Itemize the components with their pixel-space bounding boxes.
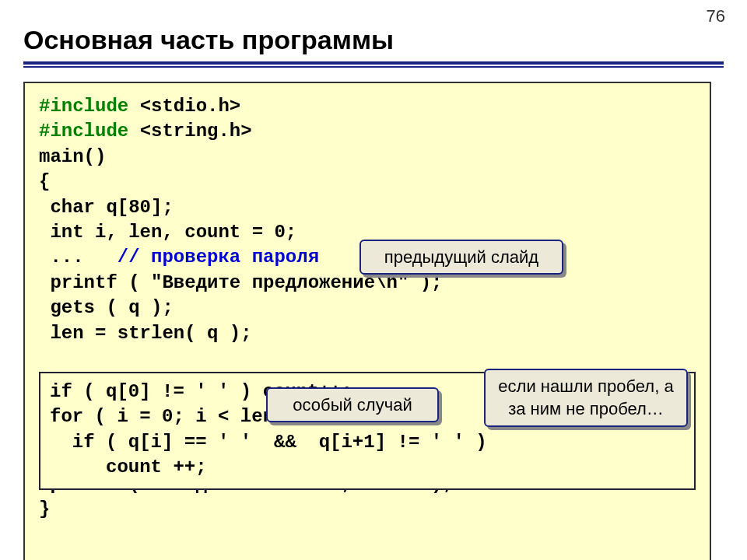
code-l6: int i, len, count = 0; — [39, 222, 296, 243]
code-l16: } — [39, 499, 50, 520]
code-include1a: #include — [39, 96, 140, 117]
code-l4: { — [39, 171, 50, 192]
callout-condition-text: если нашли пробел, а за ним не пробел… — [484, 369, 688, 427]
code-l3: main() — [39, 146, 106, 167]
code-block: #include <stdio.h> #include <string.h> m… — [23, 82, 711, 560]
callout-prev-slide-text: предыдущий слайд — [359, 240, 563, 275]
page-number: 76 — [707, 6, 725, 26]
callout-condition: если нашли пробел, а за ним не пробел… — [484, 318, 688, 502]
callout-special-case-text: особый случай — [266, 387, 439, 423]
code-include1b: <stdio.h> — [140, 96, 241, 117]
code-l7a: ... — [39, 247, 117, 268]
code-l5: char q[80]; — [39, 197, 174, 218]
code-include2a: #include — [39, 121, 140, 142]
code-block-shadow: #include <stdio.h> #include <string.h> m… — [23, 82, 711, 560]
title-rule — [23, 61, 724, 68]
inner-i4: count ++; — [50, 457, 207, 478]
slide-title: Основная часть программы — [23, 25, 724, 55]
code-include2b: <string.h> — [140, 121, 252, 142]
slide: 76 Основная часть программы #include <st… — [0, 0, 747, 560]
code-l7b-comment: // проверка пароля — [117, 247, 319, 268]
code-l10: len = strlen( q ); — [39, 323, 252, 344]
code-l9: gets ( q ); — [39, 297, 174, 318]
callout-special-case: особый случай — [266, 337, 439, 499]
